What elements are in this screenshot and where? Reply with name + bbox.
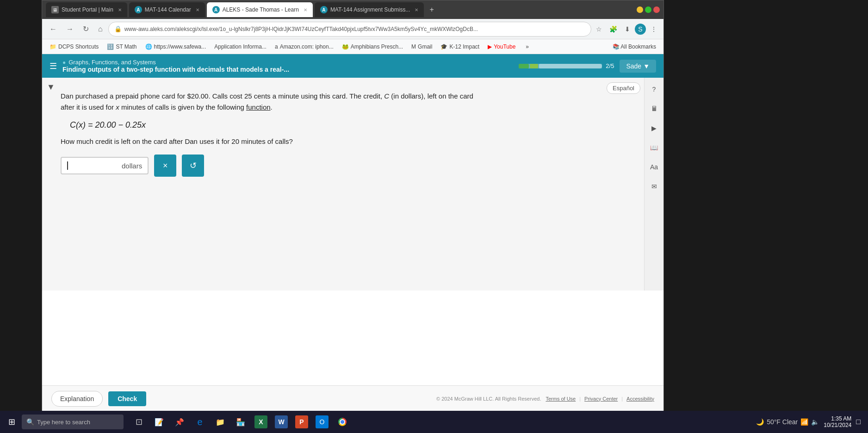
privacy-link[interactable]: Privacy Center — [584, 396, 618, 402]
video-button[interactable]: ▶ — [646, 120, 662, 136]
explorer-icon: 📁 — [214, 415, 227, 428]
bookmark-amphibians[interactable]: 🐸 Amphibians Presch... — [338, 42, 407, 52]
textbook-button[interactable]: 📖 — [646, 140, 662, 155]
progress-bar-container: 2/5 — [519, 62, 614, 69]
taskbar-app-excel[interactable]: X — [251, 412, 271, 432]
tab-favicon-portal: 🖥 — [51, 6, 59, 13]
title-bar: 🖥 Student Portal | Main ✕ A MAT-144 Cale… — [42, 0, 663, 19]
user-name-label: Sade — [626, 62, 641, 70]
moon-icon: 🌙 — [756, 418, 764, 426]
bookmark-appinfo-label: Application Informa... — [214, 43, 267, 50]
tab-close-assignment[interactable]: ✕ — [415, 7, 418, 12]
undo-button[interactable]: ↺ — [182, 155, 204, 177]
home-button[interactable]: ⌂ — [94, 22, 106, 36]
taskbar: ⊞ 🔍 Type here to search ⊡ 📝 📌 e 📁 🏪 X W — [0, 411, 868, 433]
progress-total-num: 5 — [611, 62, 614, 69]
explanation-button[interactable]: Explanation — [51, 391, 103, 407]
pin-icon: 📌 — [173, 415, 186, 428]
minimize-button[interactable] — [637, 6, 643, 13]
taskbar-app-powerpoint[interactable]: P — [292, 412, 311, 432]
message-button[interactable]: ✉ — [646, 179, 662, 194]
side-toolbar: ? 🖩 ▶ 📖 Aa ✉ — [644, 78, 663, 291]
accessibility-link[interactable]: Accessibility — [626, 396, 654, 402]
network-icon: 📶 — [800, 418, 808, 426]
maximize-button[interactable] — [645, 6, 651, 13]
taskbar-app-explorer[interactable]: 📁 — [211, 412, 230, 432]
hamburger-menu-button[interactable]: ☰ — [50, 61, 57, 71]
extensions-button[interactable]: 🧩 — [607, 24, 620, 35]
taskbar-app-chrome[interactable] — [333, 412, 352, 432]
bookmark-dcps-label: DCPS Shortcuts — [58, 43, 99, 50]
terms-link[interactable]: Terms of Use — [546, 396, 576, 402]
taskbar-app-word[interactable]: W — [272, 412, 291, 432]
bookmark-gmail[interactable]: M Gmail — [408, 42, 436, 52]
taskbar-app-pin[interactable]: 📌 — [170, 412, 189, 432]
check-button[interactable]: Check — [108, 391, 146, 406]
taskbar-app-outlook[interactable]: O — [312, 412, 332, 432]
new-tab-button[interactable]: + — [426, 4, 437, 16]
aleks-container: ☰ ● Graphs, Functions, and Systems Findi… — [42, 54, 663, 411]
start-button[interactable]: ⊞ — [4, 414, 20, 430]
bookmark-stmath[interactable]: 🔢 ST Math — [103, 42, 140, 52]
menu-button[interactable]: ⋮ — [648, 24, 660, 35]
bookmark-youtube[interactable]: ▶ YouTube — [484, 42, 519, 52]
calculator-button[interactable]: 🖩 — [646, 101, 662, 117]
taskbar-app-task-view[interactable]: ⊡ — [129, 412, 149, 432]
content-area: ▼ Español Dan purchased a prepaid phone … — [42, 78, 663, 291]
bookmark-youtube-label: YouTube — [494, 43, 515, 50]
all-bookmarks-button[interactable]: 📚 All Bookmarks — [609, 42, 660, 52]
word-icon: W — [275, 415, 288, 428]
answer-input[interactable] — [72, 162, 118, 170]
tab-close-aleks[interactable]: ✕ — [304, 7, 307, 12]
profile-button[interactable]: S — [635, 24, 646, 35]
taskbar-app-notepad[interactable]: 📝 — [149, 412, 169, 432]
tab-label-assignment: MAT-144 Assignment Submiss... — [330, 6, 410, 13]
answer-input-wrapper[interactable]: dollars — [61, 157, 149, 174]
bookmarks-bar: 📁 DCPS Shortcuts 🔢 ST Math 🌐 https://www… — [42, 39, 663, 54]
time-display: 1:35 AM — [824, 415, 851, 422]
user-menu-button[interactable]: Sade ▼ — [620, 60, 656, 73]
progress-filled-num: 2 — [606, 62, 609, 69]
tab-label-calendar: MAT-144 Calendar — [145, 6, 191, 13]
progress-segment-1 — [519, 64, 529, 68]
download-button[interactable]: ⬇ — [622, 24, 633, 35]
bookmark-safewa-label: https://www.safewa... — [154, 43, 206, 50]
tab-assignment[interactable]: A MAT-144 Assignment Submiss... ✕ — [315, 2, 424, 17]
help-button[interactable]: ? — [646, 81, 662, 97]
close-button[interactable] — [653, 6, 660, 13]
tab-favicon-calendar: A — [135, 6, 142, 13]
clear-button[interactable]: × — [154, 155, 176, 177]
tab-close-portal[interactable]: ✕ — [118, 7, 122, 12]
back-button[interactable]: ← — [46, 22, 61, 36]
collapse-button[interactable]: ▼ — [47, 82, 55, 92]
aleks-header: ☰ ● Graphs, Functions, and Systems Findi… — [42, 54, 663, 78]
tab-calendar[interactable]: A MAT-144 Calendar ✕ — [129, 2, 205, 17]
progress-segment-empty — [539, 64, 602, 68]
copyright-text: © 2024 McGraw Hill LLC. All Rights Reser… — [436, 396, 541, 402]
notification-button[interactable]: □ — [856, 418, 861, 426]
bookmark-k12[interactable]: 🎓 K-12 Impact — [437, 42, 483, 52]
bookmark-star-button[interactable]: ☆ — [593, 24, 605, 35]
espanol-button[interactable]: Español — [607, 82, 640, 94]
aleks-header-left: ☰ ● Graphs, Functions, and Systems Findi… — [50, 59, 289, 73]
progress-segment-2 — [530, 64, 538, 68]
chapter-dot: ● — [62, 59, 66, 66]
taskbar-app-edge[interactable]: e — [190, 412, 210, 432]
search-bar[interactable]: 🔍 Type here to search — [22, 414, 124, 429]
tab-close-calendar[interactable]: ✕ — [196, 7, 199, 12]
bookmark-appinfo[interactable]: Application Informa... — [211, 42, 270, 52]
taskbar-clock: 1:35 AM 10/21/2024 — [824, 415, 851, 428]
bookmark-safewa[interactable]: 🌐 https://www.safewa... — [142, 42, 210, 52]
bookmark-amazon[interactable]: a Amazon.com: iphon... — [271, 42, 337, 52]
tab-aleks-learn[interactable]: A ALEKS - Sade Thomas - Learn ✕ — [207, 2, 313, 17]
bookmark-dcps[interactable]: 📁 DCPS Shortcuts — [46, 42, 102, 52]
address-bar[interactable]: 🔒 www-awu.aleks.com/alekscgi/x/lsl.exe/1… — [108, 22, 591, 37]
bookmark-amphibians-label: Amphibians Presch... — [351, 43, 403, 50]
taskbar-app-store[interactable]: 🏪 — [231, 412, 250, 432]
reload-button[interactable]: ↻ — [79, 22, 93, 36]
forward-button[interactable]: → — [62, 22, 77, 36]
powerpoint-icon: P — [295, 415, 308, 428]
more-bookmarks-button[interactable]: » — [522, 42, 533, 52]
notes-button[interactable]: Aa — [646, 159, 662, 175]
tab-student-portal[interactable]: 🖥 Student Portal | Main ✕ — [46, 2, 127, 17]
